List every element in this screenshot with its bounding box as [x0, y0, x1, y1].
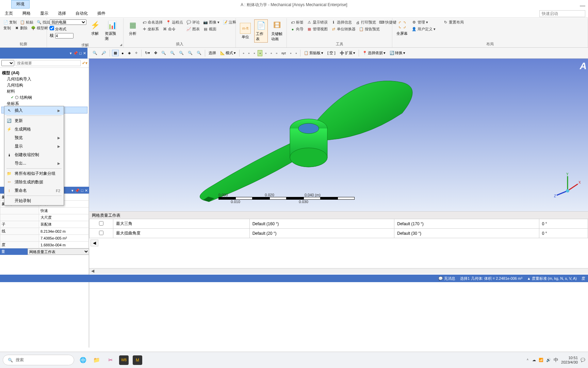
- keyframe-button[interactable]: 🎞关键帧动画: [270, 20, 284, 42]
- explode-icon[interactable]: ✧: [133, 50, 139, 56]
- solver-host-combo[interactable]: 我的电脑: [50, 19, 86, 25]
- row-checkbox[interactable]: [99, 231, 103, 235]
- zoom-next-icon[interactable]: 🔍: [195, 50, 203, 56]
- prop-row[interactable]: 子装配体: [0, 221, 89, 228]
- rotate-icon[interactable]: ↻▾: [144, 50, 151, 56]
- manage-layout-button[interactable]: ⚙管理▾: [411, 19, 436, 25]
- solve-dialog-launcher[interactable]: ◢: [120, 43, 122, 46]
- zoom-extents-icon[interactable]: 🔍: [178, 50, 185, 56]
- ctx-group-similar[interactable]: 📁将所有相似子对象分组: [4, 169, 64, 178]
- props-pin-icon[interactable]: 📌: [75, 188, 80, 193]
- zoom-window-icon[interactable]: 🔍: [169, 50, 176, 56]
- manage-views-button[interactable]: ▦管理视图: [306, 26, 328, 32]
- tray-clock[interactable]: 10:51 2023/4/30: [561, 356, 578, 365]
- show-errors-button[interactable]: ⚠显示错误: [306, 19, 328, 25]
- ctx-update[interactable]: 🔄更新: [4, 117, 64, 125]
- outline-filter-combo[interactable]: [1, 60, 14, 66]
- outline-close-icon[interactable]: ✕: [83, 51, 86, 56]
- tray-ime[interactable]: 中: [554, 357, 558, 363]
- report-preview-button[interactable]: 📋报告预览: [358, 26, 380, 32]
- section-plane-button[interactable]: ▤截面: [202, 26, 217, 32]
- sel-wire-icon[interactable]: ▫: [289, 50, 293, 56]
- tree-geometry-import[interactable]: 几何结构导入: [1, 76, 87, 82]
- chart-button[interactable]: 📈图表: [186, 26, 200, 32]
- distributed-checkbox[interactable]: 分布式: [50, 26, 86, 32]
- sel-all-icon[interactable]: ▫: [275, 50, 279, 56]
- images-button[interactable]: 📷图像▾: [202, 19, 220, 25]
- zoom-prev-icon[interactable]: 🔍: [186, 50, 194, 56]
- model-propeller[interactable]: [184, 62, 423, 205]
- tray-onedrive-icon[interactable]: ☁: [532, 358, 536, 362]
- solve-button[interactable]: ⚡求解: [88, 19, 101, 37]
- viewport-3d[interactable]: A 0.000 0.020 0.040 (m) 0.010 0.030 X Y …: [89, 59, 588, 211]
- menu-select[interactable]: 选择: [53, 10, 71, 17]
- mesh-quality-combo[interactable]: 网格质量工作表: [28, 248, 89, 255]
- horizontal-splitter[interactable]: ◀: [89, 268, 588, 274]
- mechanical-icon[interactable]: M: [133, 355, 142, 365]
- table-row[interactable]: 最大三角 Default (160 °) Default (170 °) 0 °: [89, 219, 588, 229]
- outline-dropdown-icon[interactable]: ▾: [70, 51, 72, 56]
- convert-dropdown[interactable]: 🔄 转换▾: [388, 50, 407, 56]
- duplicate-button[interactable]: 复制: [3, 25, 12, 31]
- tray-notifications-icon[interactable]: 💬: [581, 358, 585, 362]
- fullscreen-button[interactable]: ⛶全屏幕: [395, 19, 409, 37]
- coordinate-system-button[interactable]: ✛坐标系: [141, 26, 160, 32]
- cores-input[interactable]: [55, 33, 74, 39]
- sel-coord-icon[interactable]: ▫: [294, 50, 298, 56]
- ctx-insert[interactable]: ↖插入▶: [4, 106, 64, 115]
- sel-body-icon[interactable]: ▫: [258, 50, 262, 56]
- tab-context[interactable]: 环境: [11, 0, 30, 9]
- pan-icon[interactable]: ✥: [153, 50, 159, 56]
- ctx-preview[interactable]: 预览▶: [4, 134, 64, 142]
- delete-button[interactable]: ✖删除: [14, 25, 28, 31]
- snipping-icon[interactable]: ✂: [105, 355, 115, 365]
- scroll-left-button[interactable]: ◀: [91, 240, 98, 246]
- tree-model[interactable]: 模型 (A4): [1, 70, 87, 76]
- sel-elem-icon[interactable]: ▫: [269, 50, 273, 56]
- props-dropdown-icon[interactable]: ▾: [71, 188, 74, 193]
- ctx-generate-mesh[interactable]: ⚡生成网格: [4, 125, 64, 134]
- ctx-rename[interactable]: I重命名F2: [4, 186, 64, 195]
- analysis-button[interactable]: ▦分析: [126, 19, 139, 37]
- sel-edge-icon[interactable]: ▫: [247, 50, 251, 56]
- remote-point-button[interactable]: 📍远程点: [165, 19, 184, 25]
- unit-converter-button[interactable]: ⇄单位转换器: [330, 26, 356, 32]
- units-button[interactable]: m·ft单位: [239, 22, 252, 40]
- wireframe-icon[interactable]: ◈: [127, 50, 132, 56]
- sel-xyz-icon[interactable]: xyz: [280, 51, 288, 56]
- ctx-export[interactable]: 导出...▶: [4, 159, 64, 168]
- menu-addons[interactable]: 插件: [93, 10, 110, 17]
- paste-button[interactable]: 📋粘贴: [19, 19, 34, 25]
- reset-layout-button[interactable]: ↻重置布局: [442, 19, 464, 25]
- box-icon[interactable]: ▦: [112, 50, 119, 56]
- props-max-icon[interactable]: □: [81, 188, 83, 193]
- outline-search-input[interactable]: [16, 60, 81, 66]
- tray-chevron-icon[interactable]: ＾: [526, 357, 529, 363]
- triad-axes[interactable]: X Y Z: [554, 172, 581, 199]
- prop-row[interactable]: 快速: [0, 208, 89, 214]
- outline-max-icon[interactable]: □: [79, 51, 82, 55]
- wizard-button[interactable]: ●向导: [290, 26, 304, 32]
- props-close-icon[interactable]: ✕: [85, 188, 88, 193]
- sel-face-icon[interactable]: ▫: [252, 50, 256, 56]
- menu-display[interactable]: 显示: [35, 10, 53, 17]
- menu-automation[interactable]: 自动化: [71, 10, 93, 17]
- copy-button[interactable]: 📄复制: [3, 19, 17, 25]
- sphere-icon[interactable]: ●: [120, 50, 125, 56]
- row-checkbox[interactable]: [99, 221, 103, 226]
- annotation-button[interactable]: 📝注释: [222, 19, 237, 25]
- user-defined-button[interactable]: 👤用户定义▾: [411, 26, 436, 32]
- worksheet-button[interactable]: 📄工作表: [254, 19, 268, 43]
- menu-mesh[interactable]: 网格: [18, 10, 35, 17]
- print-preview-button[interactable]: 🖨打印预览: [355, 19, 377, 25]
- window-minimize[interactable]: —: [580, 3, 585, 9]
- prop-row[interactable]: 7.4385e-005 m²: [0, 235, 89, 242]
- selection-info-button[interactable]: ℹ选择信息: [330, 19, 353, 25]
- expand-dropdown[interactable]: ➕ 扩展▾: [338, 50, 357, 56]
- scroll-left-icon[interactable]: ◀: [89, 269, 96, 273]
- command-button[interactable]: ⌘命令: [162, 26, 176, 32]
- prop-row[interactable]: 线8.2134e-002 m: [0, 228, 89, 235]
- ctx-clear-generated[interactable]: ✏清除生成的数据: [4, 178, 64, 186]
- resource-forecast-button[interactable]: 📊资源预测: [103, 19, 120, 42]
- tree-structural-steel[interactable]: ✔⬡结构钢: [1, 94, 87, 101]
